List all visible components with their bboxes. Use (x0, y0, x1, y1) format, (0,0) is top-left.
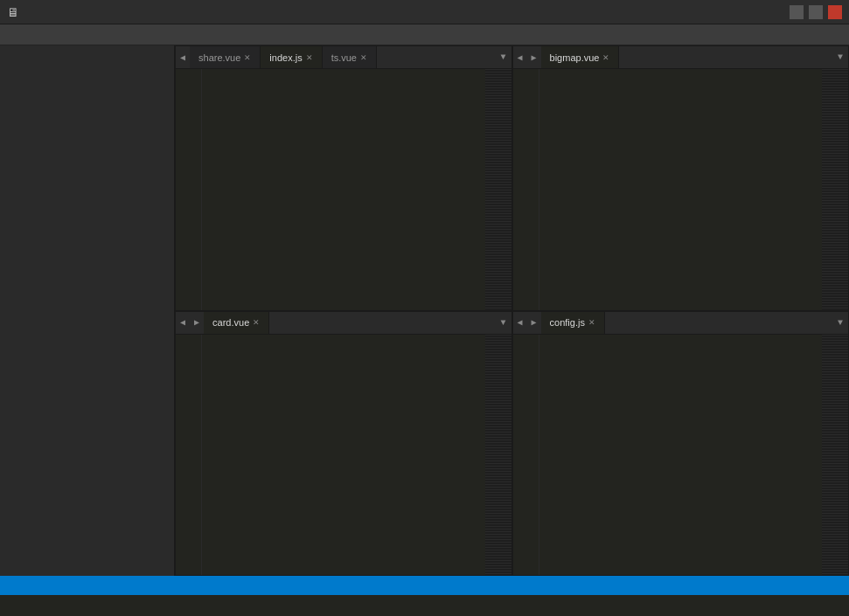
minimap-bottom-left (485, 335, 511, 576)
tab-prev-arrow-br[interactable]: ◀ (513, 317, 527, 328)
minimize-button[interactable] (790, 5, 804, 19)
title-bar-controls (790, 5, 842, 19)
line-numbers-bottom-right (513, 335, 539, 576)
code-area-top-left (176, 69, 511, 310)
tab-prev-arrow[interactable]: ◀ (176, 52, 190, 63)
close-ts-vue[interactable]: ✕ (360, 53, 367, 62)
tab-dropdown-bottom-right[interactable]: ▼ (832, 318, 848, 328)
maximize-button[interactable] (809, 5, 823, 19)
sidebar-title (0, 49, 174, 58)
line-numbers-top-left (176, 69, 202, 310)
main-layout: ◀ share.vue ✕ index.js ✕ ts.vue ✕ ▼ (0, 45, 849, 576)
code-area-bottom-right (513, 335, 849, 576)
tab-bigmap-vue[interactable]: bigmap.vue ✕ (541, 46, 620, 68)
menu-bar (0, 24, 849, 45)
close-button[interactable] (828, 5, 842, 19)
tab-prev-arrow-bl[interactable]: ◀ (176, 317, 190, 328)
code-content-top-right[interactable] (539, 69, 823, 310)
editor-pane-top-left: ◀ share.vue ✕ index.js ✕ ts.vue ✕ ▼ (175, 45, 512, 311)
tab-config-js[interactable]: config.js ✕ (541, 312, 605, 334)
code-content-bottom-left[interactable] (202, 335, 485, 576)
line-numbers-bottom-left (176, 335, 202, 576)
tab-bar-top-left: ◀ share.vue ✕ index.js ✕ ts.vue ✕ ▼ (176, 46, 511, 69)
code-content-bottom-right[interactable] (539, 335, 823, 576)
title-bar-icon: 🖥 (7, 5, 19, 19)
tab-share-vue[interactable]: share.vue ✕ (190, 46, 261, 68)
tab-dropdown-bottom-left[interactable]: ▼ (495, 318, 511, 328)
editor-pane-bottom-left: ◀ ▶ card.vue ✕ ▼ (175, 311, 512, 577)
sidebar (0, 45, 175, 576)
tab-ts-vue[interactable]: ts.vue ✕ (323, 46, 377, 68)
tab-next-arrow-bl[interactable]: ▶ (190, 317, 204, 328)
tab-dropdown-top-right[interactable]: ▼ (832, 52, 848, 62)
tab-bar-bottom-right: ◀ ▶ config.js ✕ ▼ (513, 312, 849, 335)
close-config-js[interactable]: ✕ (588, 318, 595, 327)
status-bar (0, 576, 849, 595)
line-numbers-top-right (513, 69, 539, 310)
minimap-top-left (485, 69, 511, 310)
tab-dropdown-top-left[interactable]: ▼ (495, 52, 511, 62)
tab-index-js[interactable]: index.js ✕ (261, 46, 322, 68)
editor-area: ◀ share.vue ✕ index.js ✕ ts.vue ✕ ▼ (175, 45, 849, 576)
tab-bar-bottom-left: ◀ ▶ card.vue ✕ ▼ (176, 312, 511, 335)
minimap-top-right (822, 69, 848, 310)
tab-next-arrow-br[interactable]: ▶ (527, 317, 541, 328)
title-bar: 🖥 (0, 0, 849, 24)
minimap-bottom-right (822, 335, 848, 576)
code-content-top-left[interactable] (202, 69, 485, 310)
tab-bar-top-right: ◀ ▶ bigmap.vue ✕ ▼ (513, 46, 849, 69)
close-share-vue[interactable]: ✕ (244, 53, 251, 62)
editor-pane-top-right: ◀ ▶ bigmap.vue ✕ ▼ (512, 45, 850, 311)
close-index-js[interactable]: ✕ (306, 53, 313, 62)
tab-card-vue[interactable]: card.vue ✕ (204, 312, 269, 334)
tab-next-arrow-tr[interactable]: ▶ (527, 52, 541, 63)
close-card-vue[interactable]: ✕ (253, 318, 260, 327)
code-area-bottom-left (176, 335, 511, 576)
close-bigmap-vue[interactable]: ✕ (602, 53, 609, 62)
code-area-top-right (513, 69, 849, 310)
tab-prev-arrow-tr[interactable]: ◀ (513, 52, 527, 63)
editor-pane-bottom-right: ◀ ▶ config.js ✕ ▼ (512, 311, 850, 577)
